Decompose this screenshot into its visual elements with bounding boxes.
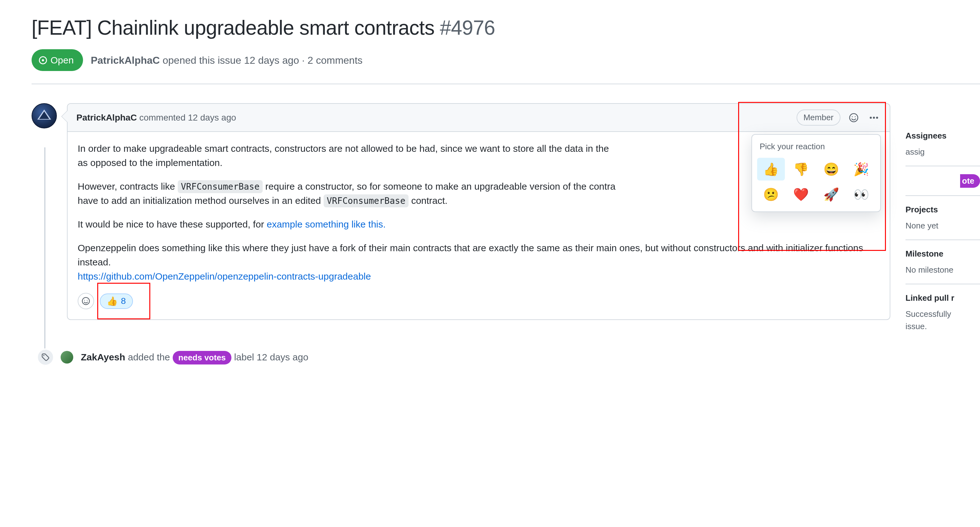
issue-meta: Open PatrickAlphaC opened this issue 12 … <box>32 49 980 71</box>
reaction-heart[interactable]: ❤️ <box>788 183 815 206</box>
reaction-thumbs-up[interactable]: 👍 <box>757 158 785 181</box>
svg-point-11 <box>84 300 85 300</box>
thumbs-up-icon: 👍 <box>107 296 118 306</box>
reaction-hooray[interactable]: 🎉 <box>848 158 875 181</box>
reaction-laugh[interactable]: 😄 <box>818 158 845 181</box>
timeline-event: ZakAyesh added the needs votes label 12 … <box>37 348 890 366</box>
sidebar-assignees-heading[interactable]: Assignees <box>905 130 980 142</box>
issue-opened-text: opened this issue 12 days ago · 2 commen… <box>162 55 363 66</box>
sidebar-linked-pr-heading[interactable]: Linked pull r <box>905 292 980 304</box>
issue-state-badge: Open <box>32 49 83 71</box>
svg-point-5 <box>852 116 853 117</box>
issue-open-icon <box>38 56 47 65</box>
sidebar-projects-body: None yet <box>905 220 980 232</box>
event-avatar[interactable] <box>60 351 73 364</box>
sidebar-projects-heading[interactable]: Projects <box>905 203 980 216</box>
issue-author-link[interactable]: PatrickAlphaC <box>91 55 160 66</box>
comment-author-link[interactable]: PatrickAlphaC <box>76 113 137 122</box>
svg-point-7 <box>870 116 872 118</box>
sidebar-milestone-heading[interactable]: Milestone <box>905 248 980 260</box>
reaction-picker-title: Pick your reaction <box>752 135 880 157</box>
example-link[interactable]: example something like this. <box>267 219 386 229</box>
svg-point-6 <box>855 116 856 117</box>
svg-point-1 <box>42 59 44 61</box>
inline-code: VRFConsumerBase <box>324 194 409 207</box>
avatar[interactable] <box>32 103 57 129</box>
comment-header: PatrickAlphaC commented 12 days ago Memb… <box>68 104 890 132</box>
add-reaction-inline-button[interactable] <box>78 293 94 309</box>
reaction-summary-thumbs-up[interactable]: 👍 8 <box>100 294 133 309</box>
issue-sidebar: Assignees assig ote Projects None yet Mi… <box>905 103 980 340</box>
svg-point-9 <box>876 116 878 118</box>
sidebar-milestone-body: No milestone <box>905 264 980 276</box>
svg-point-10 <box>83 298 90 305</box>
kebab-menu-button[interactable] <box>867 111 881 125</box>
reaction-confused[interactable]: 😕 <box>757 183 785 206</box>
issue-number: #4976 <box>440 16 495 39</box>
smiley-icon <box>81 297 90 305</box>
tag-icon <box>37 348 54 366</box>
svg-point-4 <box>850 114 858 122</box>
event-user-link[interactable]: ZakAyesh <box>81 352 125 362</box>
smiley-icon <box>849 113 859 123</box>
sidebar-linked-pr-body: Successfully issue. <box>905 308 980 333</box>
author-role-badge: Member <box>797 110 840 125</box>
svg-point-12 <box>87 300 88 300</box>
reaction-rocket[interactable]: 🚀 <box>818 183 845 206</box>
reaction-picker: Pick your reaction 👍 👎 😄 🎉 😕 ❤️ 🚀 <box>751 134 881 212</box>
label-needs-votes[interactable]: needs votes <box>173 351 231 365</box>
comment-timestamp: commented 12 days ago <box>139 113 236 122</box>
kebab-icon <box>869 113 879 123</box>
divider <box>32 84 980 84</box>
comment-container: PatrickAlphaC commented 12 days ago Memb… <box>67 103 890 320</box>
svg-point-13 <box>43 355 45 356</box>
issue-title: [FEAT] Chainlink upgradeable smart contr… <box>32 13 980 43</box>
reaction-count: 8 <box>121 296 126 306</box>
reaction-thumbs-down[interactable]: 👎 <box>788 158 815 181</box>
repo-link[interactable]: https://github.com/OpenZeppelin/openzepp… <box>78 271 371 281</box>
inline-code: VRFConsumerBase <box>178 180 262 193</box>
sidebar-label-fragment[interactable]: ote <box>960 174 980 188</box>
svg-point-8 <box>873 116 875 118</box>
reaction-eyes[interactable]: 👀 <box>848 183 875 206</box>
add-reaction-button[interactable] <box>847 111 861 125</box>
sidebar-assignees-body: assig <box>905 146 980 158</box>
